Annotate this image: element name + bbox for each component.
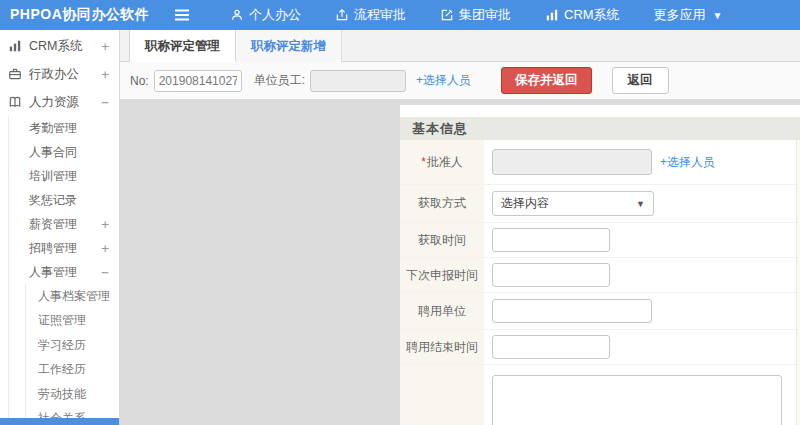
- no-input[interactable]: [154, 70, 242, 92]
- sidebar-item-reward-punish[interactable]: 奖惩记录: [9, 188, 119, 212]
- sidebar-item-salary[interactable]: 薪资管理+: [9, 212, 119, 236]
- form-row-evaluation-detail: 评定详情: [400, 365, 800, 425]
- hamburger-menu-icon[interactable]: [162, 8, 202, 22]
- evaluation-detail-textarea[interactable]: [492, 375, 782, 425]
- sidebar-item-work-history[interactable]: 工作经历: [26, 358, 119, 383]
- app-window: PHPOA协同办公软件 个人办公 流程审批 集团审批: [0, 0, 800, 425]
- sidebar-item-attendance[interactable]: 考勤管理: [9, 116, 119, 140]
- nav-crm-system[interactable]: CRM系统: [535, 0, 630, 30]
- sidebar-item-training[interactable]: 培训管理: [9, 164, 119, 188]
- top-navigation: 个人办公 流程审批 集团审批 CRM系统 更多应用: [220, 0, 747, 30]
- form-row-employer: 聘用单位: [400, 293, 800, 330]
- flow-approval-icon: [335, 8, 349, 22]
- sidebar-item-education-history[interactable]: 学习经历: [26, 333, 119, 358]
- sidebar-item-personnel-archive[interactable]: 人事档案管理: [26, 284, 119, 309]
- field-label: 评定详情: [400, 365, 484, 425]
- sidebar: CRM系统 + 行政办公 + 人力资源 − 考勤管理 人事合同 培训管: [0, 30, 120, 425]
- bar-chart-icon: [8, 39, 23, 54]
- caret-down-icon: ▼: [636, 199, 645, 209]
- select-person-link[interactable]: +选择人员: [660, 154, 715, 171]
- employee-label: 单位员工:: [254, 72, 305, 89]
- select-person-link[interactable]: +选择人员: [416, 72, 471, 89]
- nav-personal-office[interactable]: 个人办公: [220, 0, 311, 30]
- nav-group-approval[interactable]: 集团审批: [430, 0, 521, 30]
- form-row-approver: * 批准人 +选择人员: [400, 140, 800, 185]
- sidebar-footer-bar: [0, 418, 119, 425]
- personnel-submenu: 人事档案管理 证照管理 学习经历 工作经历 劳动技能 社会关系: [25, 284, 119, 425]
- acquire-method-select[interactable]: 选择内容 ▼: [492, 191, 654, 216]
- field-label: 获取方式: [400, 185, 484, 222]
- field-label: 聘用结束时间: [400, 330, 484, 364]
- sidebar-item-personnel[interactable]: 人事管理−: [9, 260, 119, 284]
- app-logo: PHPOA协同办公软件: [0, 6, 150, 24]
- sidebar-item-admin-office[interactable]: 行政办公 +: [0, 60, 119, 88]
- acquire-time-input[interactable]: [492, 228, 610, 252]
- no-label: No:: [130, 74, 149, 88]
- caret-down-icon: ▼: [713, 10, 723, 21]
- save-and-return-button[interactable]: 保存并返回: [501, 67, 592, 94]
- content-area: 基本信息 * 批准人 +选择人员 获取方式: [120, 100, 800, 425]
- sidebar-item-crm[interactable]: CRM系统 +: [0, 32, 119, 60]
- section-title: 基本信息: [400, 117, 800, 140]
- user-icon: [230, 8, 244, 22]
- form-row-employ-end-time: 聘用结束时间: [400, 330, 800, 365]
- panel-right-edge: [796, 140, 800, 425]
- collapse-toggle[interactable]: −: [101, 95, 109, 110]
- form-panel: 基本信息 * 批准人 +选择人员 获取方式: [400, 105, 800, 425]
- top-header: PHPOA协同办公软件 个人办公 流程审批 集团审批: [0, 0, 800, 30]
- field-label: * 批准人: [400, 140, 484, 184]
- sidebar-item-recruit[interactable]: 招聘管理+: [9, 236, 119, 260]
- form-row-acquire-method: 获取方式 选择内容 ▼: [400, 185, 800, 223]
- form-row-acquire-time: 获取时间: [400, 223, 800, 258]
- expand-toggle[interactable]: +: [101, 67, 109, 82]
- tab-title-evaluation-management[interactable]: 职称评定管理: [129, 30, 236, 62]
- next-apply-time-input[interactable]: [492, 263, 610, 287]
- field-label: 下次申报时间: [400, 258, 484, 292]
- main-area: 职称评定管理 职称评定新增 No: 单位员工: +选择人员 保存并返回 返回 基…: [120, 30, 800, 425]
- briefcase-icon: [8, 67, 23, 82]
- collapse-toggle[interactable]: −: [101, 265, 109, 280]
- form-row-next-apply-time: 下次申报时间: [400, 258, 800, 293]
- field-label: 获取时间: [400, 223, 484, 257]
- tab-title-evaluation-add[interactable]: 职称评定新增: [236, 30, 342, 62]
- required-marker: *: [421, 155, 426, 169]
- toolbar: No: 单位员工: +选择人员 保存并返回 返回: [120, 62, 800, 100]
- sidebar-item-hr-contract[interactable]: 人事合同: [9, 140, 119, 164]
- hr-submenu: 考勤管理 人事合同 培训管理 奖惩记录 薪资管理+ 招聘管理+ 人事管理− 人事…: [8, 116, 119, 425]
- expand-toggle[interactable]: +: [101, 241, 109, 256]
- approver-input[interactable]: [492, 149, 652, 175]
- employer-input[interactable]: [492, 299, 652, 323]
- nav-more-apps[interactable]: 更多应用 ▼: [644, 0, 733, 30]
- sidebar-item-labor-skills[interactable]: 劳动技能: [26, 382, 119, 407]
- bar-chart-icon: [545, 8, 559, 22]
- tab-bar: 职称评定管理 职称评定新增: [120, 30, 800, 62]
- expand-toggle[interactable]: +: [101, 39, 109, 54]
- employ-end-time-input[interactable]: [492, 335, 610, 359]
- field-label: 聘用单位: [400, 293, 484, 329]
- book-icon: [8, 95, 23, 110]
- sidebar-item-certificates[interactable]: 证照管理: [26, 309, 119, 334]
- back-button[interactable]: 返回: [612, 67, 669, 94]
- nav-process-approval[interactable]: 流程审批: [325, 0, 416, 30]
- sidebar-item-hr[interactable]: 人力资源 −: [0, 88, 119, 116]
- edit-approval-icon: [440, 8, 454, 22]
- expand-toggle[interactable]: +: [101, 217, 109, 232]
- employee-input[interactable]: [310, 70, 406, 92]
